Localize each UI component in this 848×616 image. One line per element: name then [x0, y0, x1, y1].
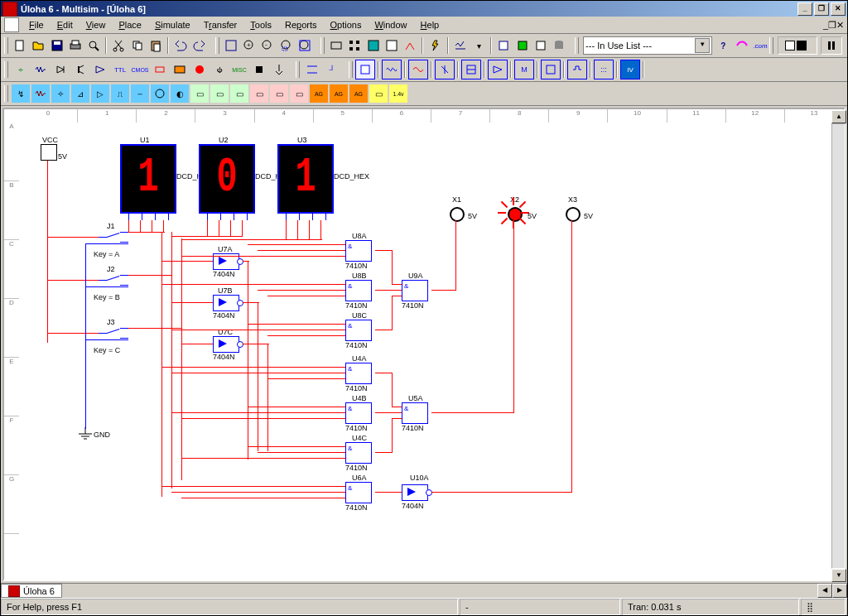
menu-view[interactable]: View	[80, 18, 113, 31]
graph-button[interactable]	[451, 36, 470, 55]
instrument-wg-button[interactable]	[541, 60, 561, 79]
tb-d[interactable]	[383, 36, 401, 55]
place-power-button[interactable]: ⏻	[210, 60, 229, 79]
fullscreen-button[interactable]	[222, 36, 240, 55]
instrument-4ch-button[interactable]	[461, 60, 481, 79]
scroll-track[interactable]	[831, 123, 846, 569]
tb-e[interactable]	[401, 36, 419, 55]
switch-j3[interactable]	[99, 328, 128, 339]
canvas[interactable]: VCC 5V U1 1 DCD_HEX U2 0 DCD_HEX U3 1 DC…	[19, 123, 844, 580]
v-p[interactable]: AG	[309, 84, 329, 103]
v-e[interactable]: ▷	[90, 84, 110, 103]
pause-button[interactable]	[821, 36, 842, 55]
gate-u4b[interactable]: &	[345, 402, 372, 424]
v-b[interactable]	[31, 84, 51, 103]
mdi-close-button[interactable]: ✕	[836, 20, 844, 31]
v-i[interactable]: ◐	[170, 84, 190, 103]
grip[interactable]	[215, 37, 219, 54]
menu-reports[interactable]: Reports	[278, 18, 324, 31]
v-m[interactable]: ▭	[249, 84, 269, 103]
save-button[interactable]	[47, 36, 65, 55]
v-h[interactable]	[150, 84, 170, 103]
display-u2[interactable]: 0	[199, 144, 255, 214]
hscroll-right-button[interactable]: ▶	[832, 584, 847, 598]
v-j[interactable]: ▭	[190, 84, 210, 103]
tb-b[interactable]	[345, 36, 364, 55]
zoom-in-button[interactable]: +	[240, 36, 258, 55]
zoom-area-button[interactable]	[277, 36, 295, 55]
tb-c[interactable]	[364, 36, 382, 55]
v-n[interactable]: ▭	[269, 84, 289, 103]
display-u3[interactable]: 1	[277, 144, 334, 214]
v-o[interactable]: ▭	[289, 84, 309, 103]
probe-x1[interactable]	[450, 207, 465, 222]
gate-u9a[interactable]: &	[402, 280, 428, 301]
grip[interactable]	[296, 61, 300, 78]
instrument-wm-button[interactable]	[408, 60, 428, 79]
grip[interactable]	[349, 61, 353, 78]
place-diode-button[interactable]	[51, 60, 70, 79]
scroll-down-button[interactable]: ▼	[831, 569, 846, 582]
gate-u5a[interactable]: &	[402, 402, 428, 424]
v-q[interactable]: AG	[329, 84, 349, 103]
copy-button[interactable]	[128, 36, 147, 55]
sim-switch[interactable]	[778, 36, 817, 55]
gate-u7c[interactable]	[213, 336, 239, 353]
place-junction-button[interactable]: ┘	[322, 60, 342, 79]
grip[interactable]	[575, 37, 579, 54]
instrument-scope-button[interactable]	[435, 60, 455, 79]
menu-tools[interactable]: Tools	[243, 18, 278, 31]
bom-button[interactable]	[532, 36, 550, 55]
grip[interactable]	[769, 37, 773, 54]
elec-rules-button[interactable]	[513, 36, 531, 55]
new-button[interactable]	[11, 36, 29, 55]
vcc-source[interactable]	[41, 144, 57, 161]
chevron-down-icon[interactable]: ▼	[695, 38, 710, 53]
redo-button[interactable]	[190, 36, 208, 55]
v-c[interactable]: ✧	[51, 84, 70, 103]
grip[interactable]	[4, 61, 8, 78]
gnd[interactable]	[77, 427, 94, 444]
maximize-button[interactable]: ❐	[814, 2, 829, 16]
menu-simulate[interactable]: Simulate	[148, 18, 197, 31]
instrument-lc-button[interactable]: :::	[594, 60, 614, 79]
gate-u8c[interactable]: &	[345, 320, 372, 341]
place-indicator-button[interactable]	[190, 60, 210, 79]
schematic-sheet[interactable]: 012345678910111213 ABCDEFG VCC 5V U1 1 D…	[4, 109, 844, 580]
mdi-restore-button[interactable]: ❐	[828, 20, 836, 31]
postproc-button[interactable]	[494, 36, 513, 55]
grip[interactable]	[4, 37, 8, 54]
zoom-fit-button[interactable]	[296, 36, 314, 55]
grip[interactable]	[4, 85, 8, 102]
doc-tab[interactable]: Úloha 6	[1, 584, 62, 598]
close-button[interactable]: ✕	[831, 2, 846, 16]
instrument-iv-button[interactable]: IV	[620, 60, 640, 79]
v-k[interactable]: ▭	[210, 84, 229, 103]
v-g[interactable]: ⎓	[130, 84, 150, 103]
menu-file[interactable]: File	[22, 18, 51, 31]
open-button[interactable]	[29, 36, 47, 55]
edaparts-button[interactable]	[732, 36, 750, 55]
place-cmos-button[interactable]: CMOS	[130, 60, 150, 79]
run-button[interactable]	[426, 36, 444, 55]
menu-edit[interactable]: Edit	[51, 18, 80, 31]
v-f[interactable]: ⎍	[110, 84, 130, 103]
analysis-button[interactable]: ▾	[470, 36, 488, 55]
place-basic-button[interactable]	[31, 60, 51, 79]
tb-a[interactable]	[327, 36, 345, 55]
help-button[interactable]: ?	[714, 36, 732, 55]
web-button[interactable]: .com	[751, 36, 769, 55]
undo-button[interactable]	[171, 36, 190, 55]
place-bus-button[interactable]	[302, 60, 322, 79]
hscroll-left-button[interactable]: ◀	[817, 584, 832, 598]
gate-u8a[interactable]: &	[345, 240, 372, 262]
menu-window[interactable]: Window	[368, 18, 413, 31]
gate-u7b[interactable]	[213, 295, 239, 311]
probe-x3[interactable]	[566, 207, 581, 222]
vertical-scrollbar[interactable]: ▲ ▼	[831, 110, 846, 582]
cut-button[interactable]	[109, 36, 128, 55]
instrument-mm-button[interactable]	[355, 60, 375, 79]
place-transistor-button[interactable]	[70, 60, 90, 79]
instrument-la-button[interactable]	[567, 60, 587, 79]
display-u1[interactable]: 1	[120, 144, 176, 214]
